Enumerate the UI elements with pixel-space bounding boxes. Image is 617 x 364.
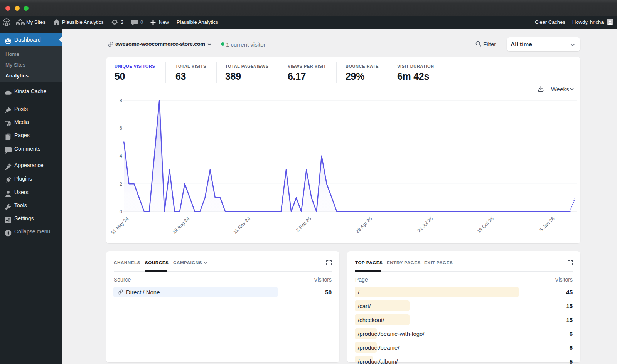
svg-text:3 Feb 25: 3 Feb 25 (295, 216, 312, 233)
svg-text:11 Nov 24: 11 Nov 24 (232, 216, 251, 235)
svg-text:2: 2 (120, 181, 122, 187)
svg-text:0: 0 (120, 209, 122, 215)
svg-text:19 Aug 24: 19 Aug 24 (172, 216, 191, 235)
svg-text:6: 6 (120, 125, 122, 131)
svg-text:21 Jul 25: 21 Jul 25 (416, 216, 434, 233)
svg-text:28 Apr 25: 28 Apr 25 (355, 216, 373, 234)
svg-text:4: 4 (120, 153, 122, 159)
svg-text:8: 8 (120, 97, 122, 103)
svg-text:5 Jan 26: 5 Jan 26 (539, 216, 556, 233)
svg-text:13 Oct 25: 13 Oct 25 (476, 216, 495, 234)
svg-text:31 May 24: 31 May 24 (110, 216, 130, 235)
